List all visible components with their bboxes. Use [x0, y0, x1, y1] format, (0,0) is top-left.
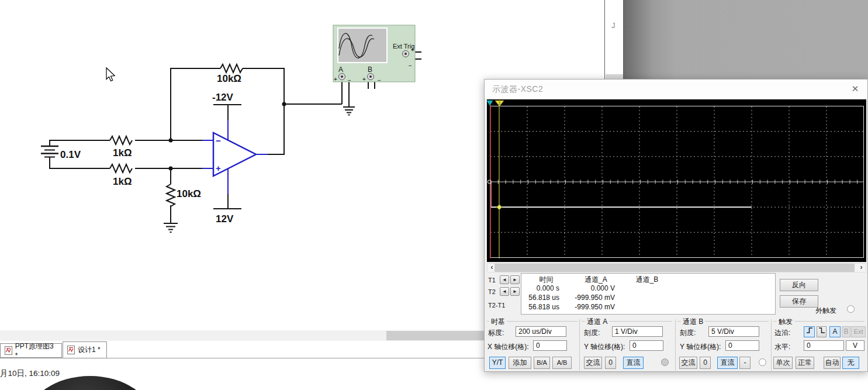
channel-a-dc-button[interactable]: 直流 [623, 357, 644, 369]
label-r-top: 1kΩ [113, 147, 132, 158]
resistor-feedback-10k[interactable] [220, 64, 243, 73]
channel-b-ac-button[interactable]: 交流 [679, 357, 697, 369]
trigger-level-unit-select[interactable]: V [846, 340, 864, 351]
background-window-letter: J [611, 21, 615, 30]
channel-a-zero-button[interactable]: 0 [605, 357, 616, 369]
t1-channel-b-value [621, 284, 673, 294]
channel-a-radio[interactable] [661, 358, 669, 366]
schematic-canvas[interactable]: − + 0.1V 1kΩ 1kΩ 10kΩ 10kΩ -12V 12V Ext … [0, 0, 485, 330]
oscilloscope-window[interactable]: 示波器-XSC2 ✕ [484, 79, 868, 372]
falling-edge-icon [818, 327, 825, 334]
rising-edge-icon [806, 327, 813, 334]
t2-channel-a-value: -999.950 mV [571, 294, 621, 303]
cursor-2-handle[interactable]: 2 [495, 101, 504, 106]
close-icon[interactable]: ✕ [849, 83, 862, 95]
timebase-group: 时基 标度: 200 us/Div X 轴位移(格): 0 Y/T 添加 B/A… [487, 317, 579, 371]
channel-b-scale-label: 刻度: [680, 328, 696, 338]
voltage-source-battery[interactable] [41, 146, 58, 157]
svg-text:1: 1 [489, 101, 491, 105]
channel-a-ac-button[interactable]: 交流 [584, 357, 602, 369]
channel-b-minus-button[interactable]: - [739, 357, 751, 369]
t1-left-button[interactable]: ◄ [500, 275, 509, 284]
resistor-input-top-1k[interactable] [110, 136, 132, 144]
group-separator [579, 319, 580, 371]
channel-b-scale-input[interactable]: 5 V/Div [708, 326, 759, 337]
sheet-tab-design1[interactable]: 设计1 * [63, 341, 107, 358]
channel-b-zero-button[interactable]: 0 [700, 357, 711, 369]
opamp[interactable]: − + [202, 120, 268, 194]
save-button[interactable]: 保存 [780, 295, 818, 308]
trigger-level-input[interactable]: 0 [804, 340, 844, 351]
label-v-positive: 12V [216, 213, 234, 225]
scope-display[interactable]: 1 2 [487, 99, 866, 262]
background-window-scrollbar[interactable]: J [604, 0, 624, 79]
svg-text:+: + [334, 76, 337, 82]
t2-t1-channel-b-value [621, 303, 673, 312]
channel-b-offset-label: Y 轴位移(格): [680, 342, 721, 352]
mode-add-button[interactable]: 添加 [509, 357, 531, 369]
canvas-scrollbar-thumb[interactable] [386, 331, 484, 340]
channel-b-radio[interactable] [759, 358, 766, 366]
t1-channel-a-value: 0.000 V [571, 284, 621, 294]
falling-edge-button[interactable] [817, 326, 826, 337]
reverse-button[interactable]: 反向 [780, 279, 818, 291]
trigger-group: 触发 边沿: A B Ext 水平: 0 V 单次 正常 自动 无 [773, 317, 866, 371]
svg-text:−: − [409, 63, 412, 69]
resistor-input-bottom-1k[interactable] [110, 164, 132, 172]
scope-titlebar[interactable]: 示波器-XSC2 ✕ [485, 80, 867, 99]
svg-text:−: − [348, 77, 351, 84]
scope-scrollbar-thumb[interactable] [494, 264, 855, 272]
trigger-source-ext-button[interactable]: Ext [851, 326, 866, 337]
label-r-ground: 10kΩ [177, 188, 201, 199]
channel-a-scale-label: 刻度: [584, 328, 600, 338]
sheet-tab-ppt[interactable]: PPT原理图3 * [0, 343, 62, 358]
background-window-body [624, 0, 868, 79]
t2-left-button[interactable]: ◄ [500, 287, 509, 296]
canvas-horizontal-scrollbar[interactable] [0, 330, 484, 341]
timebase-scale-label: 标度: [488, 328, 504, 338]
mode-ba-button[interactable]: B/A [534, 357, 550, 369]
channel-a-trace [491, 182, 752, 207]
trigger-none-button[interactable]: 无 [842, 357, 859, 369]
trigger-normal-button[interactable]: 正常 [796, 357, 814, 369]
label-r-bottom: 1kΩ [113, 176, 132, 187]
opamp-inverting-mark: − [216, 136, 221, 146]
trigger-source-b-button[interactable]: B [842, 326, 850, 337]
cursor-2-trace-marker [497, 205, 502, 210]
scope-scrollbar[interactable]: ‹ › [487, 263, 866, 272]
t2-t1-label: T2-T1 [488, 302, 505, 309]
svg-text:2: 2 [499, 101, 501, 105]
t1-right-button[interactable]: ► [510, 275, 520, 284]
trigger-single-button[interactable]: 单次 [773, 357, 793, 369]
resistor-ground-10k[interactable] [167, 184, 175, 206]
trigger-title: 触发 [777, 317, 794, 327]
mode-ab-button[interactable]: A/B [552, 357, 572, 369]
ground-symbol-scope [343, 107, 355, 115]
channel-a-offset-input[interactable]: 0 [630, 340, 663, 351]
cursor-1-handle[interactable]: 1 [487, 101, 493, 106]
oscilloscope-component[interactable]: Ext Trig A B + − + − + − [333, 25, 415, 84]
trigger-auto-button[interactable]: 自动 [824, 357, 841, 369]
timebase-scale-input[interactable]: 200 us/Div [516, 326, 566, 337]
channel-b-offset-input[interactable]: 0 [725, 340, 759, 351]
t2-right-button[interactable]: ► [510, 287, 520, 296]
background-scroll-button[interactable] [606, 74, 623, 79]
x-offset-input[interactable]: 0 [533, 340, 567, 351]
channel-a-scale-input[interactable]: 1 V/Div [612, 326, 663, 337]
timebase-title: 时基 [489, 317, 507, 327]
t2-t1-time-value: 56.818 us [521, 303, 571, 312]
channel-b-dc-button[interactable]: 直流 [717, 357, 738, 369]
ext-trigger-radio[interactable] [847, 305, 855, 313]
component-labels: 0.1V 1kΩ 1kΩ 10kΩ 10kΩ -12V 12V [60, 73, 241, 225]
application-root: − + 0.1V 1kΩ 1kΩ 10kΩ 10kΩ -12V 12V Ext … [0, 0, 868, 390]
scroll-right-icon[interactable]: › [857, 264, 865, 272]
mode-yt-button[interactable]: Y/T [489, 357, 506, 369]
label-r-feedback: 10kΩ [217, 73, 241, 84]
svg-text:+: + [362, 76, 366, 82]
trigger-source-a-button[interactable]: A [829, 326, 841, 337]
opamp-noninverting-mark: + [216, 163, 221, 173]
rising-edge-button[interactable] [804, 326, 815, 337]
channel-b-group: 通道 B 刻度: 5 V/Div Y 轴位移(格): 0 交流 0 直流 - [677, 317, 770, 371]
ext-trigger-label: 外触发 [815, 306, 836, 316]
measurement-readout-table: 时间 通道_A 通道_B 0.000 s 0.000 V 56.818 us -… [521, 273, 776, 315]
